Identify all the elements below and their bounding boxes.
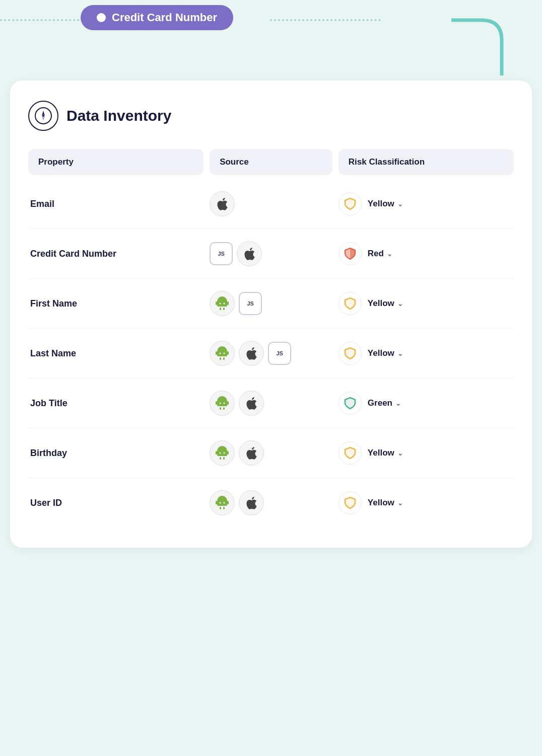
svg-point-15 [224, 353, 225, 354]
risk-cell: Red ⌄ [338, 242, 514, 265]
android-icon [210, 490, 235, 515]
svg-rect-12 [220, 357, 221, 360]
svg-point-8 [220, 303, 221, 305]
table-row: Job Title [28, 379, 514, 428]
chevron-down-icon: ⌄ [397, 300, 403, 308]
risk-label-text: Yellow [368, 199, 394, 209]
shield-icon [338, 292, 362, 315]
svg-point-21 [224, 403, 225, 404]
risk-cell: Yellow ⌄ [338, 342, 514, 365]
compass-icon [28, 101, 58, 131]
pill-badge-label: Credit Card Number [112, 11, 217, 24]
svg-rect-17 [227, 401, 229, 405]
risk-dropdown[interactable]: Yellow ⌄ [368, 199, 403, 209]
table-row: First Name JS Yellow ⌄ [28, 279, 514, 329]
curve-decoration [451, 0, 512, 75]
shield-icon [338, 441, 362, 465]
dotted-line-right [270, 19, 381, 21]
svg-rect-18 [220, 407, 221, 410]
top-area: Credit Card Number [0, 0, 542, 81]
source-icons [210, 191, 332, 216]
risk-dropdown[interactable]: Red ⌄ [368, 249, 392, 259]
svg-rect-16 [216, 401, 217, 405]
property-name: First Name [28, 298, 204, 309]
svg-point-26 [220, 452, 221, 454]
android-icon [210, 391, 235, 416]
svg-rect-4 [216, 301, 217, 305]
page-title: Data Inventory [66, 107, 171, 124]
table-row: Email Yellow ⌄ [28, 179, 514, 229]
svg-point-3 [42, 115, 44, 117]
main-card: Data Inventory Property Source Risk Clas… [10, 81, 532, 548]
apple-icon [239, 341, 264, 366]
risk-cell: Yellow ⌄ [338, 192, 514, 215]
card-header: Data Inventory [28, 101, 514, 131]
svg-point-27 [224, 452, 225, 454]
source-icons [210, 440, 332, 466]
svg-point-32 [220, 502, 221, 504]
table-header: Property Source Risk Classification [28, 149, 514, 175]
chevron-down-icon: ⌄ [395, 400, 401, 407]
svg-rect-31 [223, 507, 225, 509]
risk-cell: Yellow ⌄ [338, 491, 514, 514]
js-icon: JS [239, 292, 262, 315]
svg-rect-11 [227, 351, 229, 355]
risk-dropdown[interactable]: Yellow ⌄ [368, 348, 403, 358]
svg-rect-29 [227, 501, 229, 504]
source-icons [210, 490, 332, 515]
shield-icon [338, 392, 362, 415]
shield-icon [338, 491, 362, 514]
table-row: Last Name JS [28, 329, 514, 379]
svg-point-14 [220, 353, 221, 354]
col-source: Source [210, 149, 332, 175]
svg-rect-22 [216, 451, 217, 455]
risk-label-text: Yellow [368, 448, 394, 458]
svg-rect-5 [227, 301, 229, 305]
risk-cell: Green ⌄ [338, 392, 514, 415]
svg-rect-24 [220, 457, 221, 460]
android-icon [210, 341, 235, 366]
property-name: Job Title [28, 398, 204, 409]
chevron-down-icon: ⌄ [397, 449, 403, 457]
risk-dropdown[interactable]: Yellow ⌄ [368, 498, 403, 508]
svg-point-20 [220, 403, 221, 404]
col-property: Property [28, 149, 204, 175]
js-icon: JS [210, 242, 233, 265]
chevron-down-icon: ⌄ [387, 250, 392, 258]
property-name: Credit Card Number [28, 249, 204, 259]
apple-icon [237, 241, 262, 266]
apple-icon [239, 440, 264, 466]
svg-rect-7 [223, 308, 225, 310]
android-icon [210, 291, 235, 316]
risk-dropdown[interactable]: Yellow ⌄ [368, 448, 403, 458]
table-row: User ID [28, 478, 514, 527]
risk-cell: Yellow ⌄ [338, 292, 514, 315]
risk-cell: Yellow ⌄ [338, 441, 514, 465]
risk-dropdown[interactable]: Yellow ⌄ [368, 298, 403, 309]
apple-icon [239, 490, 264, 515]
source-icons: JS [210, 291, 332, 316]
property-name: Birthday [28, 448, 204, 459]
svg-rect-28 [216, 501, 217, 504]
source-icons: JS [210, 341, 332, 366]
js-icon: JS [268, 342, 291, 365]
shield-icon [338, 192, 362, 215]
pill-badge: Credit Card Number [81, 5, 233, 30]
property-name: Last Name [28, 348, 204, 359]
source-icons [210, 391, 332, 416]
svg-rect-13 [223, 357, 225, 360]
chevron-down-icon: ⌄ [397, 200, 403, 208]
chevron-down-icon: ⌄ [397, 350, 403, 357]
svg-point-9 [224, 303, 225, 305]
table-row: Credit Card Number JS Red ⌄ [28, 229, 514, 279]
pill-dot [97, 13, 106, 22]
risk-label-text: Yellow [368, 298, 394, 309]
col-risk: Risk Classification [338, 149, 514, 175]
table-row: Birthday [28, 428, 514, 478]
svg-rect-6 [220, 308, 221, 310]
svg-rect-25 [223, 457, 225, 460]
apple-icon [210, 191, 235, 216]
svg-rect-23 [227, 451, 229, 455]
risk-dropdown[interactable]: Green ⌄ [368, 398, 401, 408]
chevron-down-icon: ⌄ [397, 499, 403, 507]
